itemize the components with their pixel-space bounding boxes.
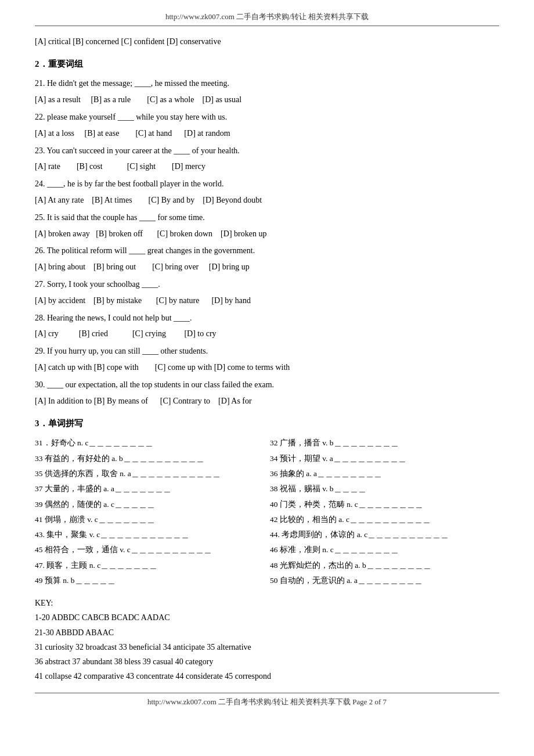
- options-21: [A] as a result [B] as a rule [C] as a w…: [35, 93, 499, 107]
- question-28: 28. Hearing the news, I could not help b…: [35, 311, 499, 325]
- questions-list: 21. He didn't get the message; ____, he …: [35, 77, 499, 408]
- options-28: [A] cry [B] cried [C] crying [D] to cry: [35, 327, 499, 341]
- question-23: 23. You can't succeed in your career at …: [35, 144, 499, 158]
- question-26: 26. The political reform will ____ great…: [35, 244, 499, 258]
- section2-title: 2．重要词组: [35, 59, 499, 70]
- key-title: KEY:: [35, 596, 499, 610]
- question-27: 27. Sorry, I took your schoolbag ____.: [35, 278, 499, 291]
- spelling-42: 42 比较的，相当的 a. c＿＿＿＿＿＿＿＿＿＿: [270, 513, 499, 527]
- spelling-47: 47. 顾客，主顾 n. c＿＿＿＿＿＿＿: [35, 559, 264, 573]
- footer-bar: http://www.zk007.com 二手自考书求购/转让 相关资料共享下载…: [35, 693, 499, 707]
- spelling-41: 41 倒塌，崩溃 v. c＿＿＿＿＿＿＿: [35, 513, 264, 527]
- key-line3: 31 curiosity 32 broadcast 33 beneficial …: [35, 640, 499, 654]
- question-22: 22. please make yourself ____ while you …: [35, 110, 499, 124]
- question-21: 21. He didn't get the message; ____, he …: [35, 77, 499, 91]
- key-line2: 21-30 ABBDD ABAAC: [35, 625, 499, 640]
- key-line1: 1-20 ADBDC CABCB BCADC AADAC: [35, 610, 499, 625]
- spelling-49: 49 预算 n. b＿＿＿＿＿: [35, 574, 264, 588]
- options-30: [A] In addition to [B] By means of [C] C…: [35, 394, 499, 408]
- section3-title: 3．单词拼写: [35, 418, 499, 429]
- options-27: [A] by accident [B] by mistake [C] by na…: [35, 294, 499, 308]
- key-line5: 41 collapse 42 comparative 43 concentrat…: [35, 669, 499, 683]
- page: http://www.zk007.com 二手自考书求购/转让 相关资料共享下载…: [0, 0, 534, 756]
- spelling-37: 37 大量的，丰盛的 a. a＿＿＿＿＿＿＿: [35, 482, 264, 496]
- header-text: http://www.zk007.com 二手自考书求购/转让 相关资料共享下载: [165, 12, 369, 21]
- header-bar: http://www.zk007.com 二手自考书求购/转让 相关资料共享下载: [35, 12, 499, 26]
- spelling-39: 39 偶然的，随便的 a. c＿＿＿＿＿: [35, 498, 264, 512]
- options-25: [A] broken away [B] broken off [C] broke…: [35, 227, 499, 241]
- spelling-33: 33 有益的，有好处的 a. b＿＿＿＿＿＿＿＿＿＿: [35, 452, 264, 466]
- spelling-46: 46 标准，准则 n. c＿＿＿＿＿＿＿＿: [270, 543, 499, 557]
- question-30: 30. ____ our expectation, all the top st…: [35, 378, 499, 392]
- spelling-40: 40 门类，种类，范畴 n. c＿＿＿＿＿＿＿＿: [270, 498, 499, 512]
- spelling-34: 34 预计，期望 v. a＿＿＿＿＿＿＿＿＿: [270, 452, 499, 466]
- spelling-36: 36 抽象的 a. a＿＿＿＿＿＿＿＿: [270, 467, 499, 481]
- question-25: 25. It is said that the couple has ____ …: [35, 211, 499, 225]
- spelling-grid: 31．好奇心 n. c＿＿＿＿＿＿＿＿ 32 广播，播音 v. b＿＿＿＿＿＿＿…: [35, 436, 499, 588]
- spelling-50: 50 自动的，无意识的 a. a＿＿＿＿＿＿＿＿: [270, 574, 499, 588]
- question-29: 29. If you hurry up, you can still ____ …: [35, 344, 499, 358]
- options-22: [A] at a loss [B] at ease [C] at hand [D…: [35, 127, 499, 141]
- top-options: [A] critical [B] concerned [C] confident…: [35, 35, 499, 48]
- options-24: [A] At any rate [B] At times [C] By and …: [35, 193, 499, 207]
- options-29: [A] catch up with [B] cope with [C] come…: [35, 361, 499, 375]
- spelling-32: 32 广播，播音 v. b＿＿＿＿＿＿＿＿: [270, 436, 499, 450]
- options-23: [A] rate [B] cost [C] sight [D] mercy: [35, 160, 499, 174]
- spelling-31: 31．好奇心 n. c＿＿＿＿＿＿＿＿: [35, 436, 264, 450]
- spelling-38: 38 祝福，赐福 v. b＿＿＿＿: [270, 482, 499, 496]
- spelling-45: 45 相符合，一致，通信 v. c＿＿＿＿＿＿＿＿＿＿: [35, 543, 264, 557]
- spelling-48: 48 光辉灿烂的，杰出的 a. b＿＿＿＿＿＿＿＿: [270, 559, 499, 573]
- options-26: [A] bring about [B] bring out [C] bring …: [35, 260, 499, 274]
- spelling-35: 35 供选择的东西，取舍 n. a＿＿＿＿＿＿＿＿＿＿＿: [35, 467, 264, 481]
- spelling-44: 44. 考虑周到的，体谅的 a. c＿＿＿＿＿＿＿＿＿＿: [270, 528, 499, 542]
- key-section: KEY: 1-20 ADBDC CABCB BCADC AADAC 21-30 …: [35, 596, 499, 683]
- spelling-43: 43. 集中，聚集 v. c＿＿＿＿＿＿＿＿＿＿＿: [35, 528, 264, 542]
- footer-text: http://www.zk007.com 二手自考书求购/转让 相关资料共享下载…: [147, 697, 387, 706]
- top-options-text: [A] critical [B] concerned [C] confident…: [35, 37, 221, 46]
- key-line4: 36 abstract 37 abundant 38 bless 39 casu…: [35, 654, 499, 669]
- question-24: 24. ____, he is by far the best football…: [35, 177, 499, 191]
